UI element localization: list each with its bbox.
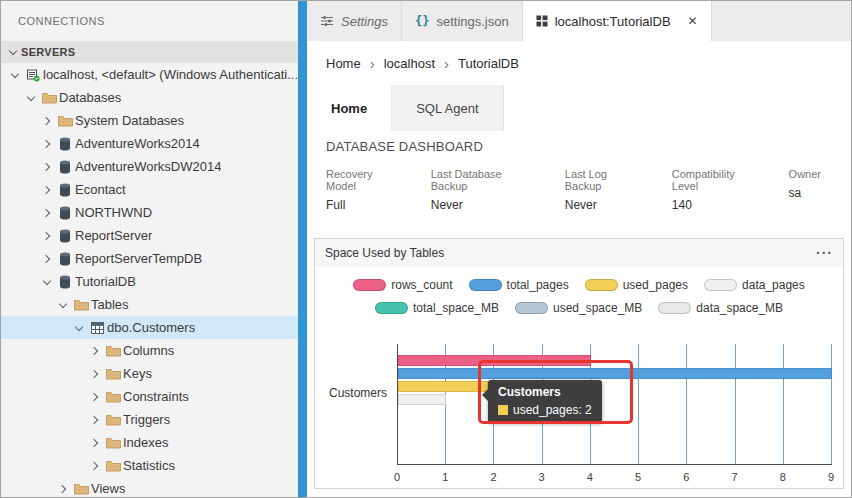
dashboard-icon (536, 15, 548, 27)
chevron-down-icon[interactable] (7, 67, 23, 83)
tree-item-adventureworks2014[interactable]: AdventureWorks2014 (1, 132, 298, 155)
tree-item-tables[interactable]: Tables (1, 293, 298, 316)
chevron-right-icon[interactable] (39, 113, 55, 129)
property-label: Recovery Model (326, 168, 401, 192)
tree-item-label: Views (91, 481, 125, 496)
chevron-down-icon[interactable] (39, 274, 55, 290)
chevron-down-icon[interactable] (23, 90, 39, 106)
folder-icon (103, 414, 123, 426)
legend-label: used_pages (623, 278, 688, 292)
legend-label: data_space_MB (696, 301, 783, 315)
tree-item-reportservertempdb[interactable]: ReportServerTempDB (1, 247, 298, 270)
tree-item-views[interactable]: Views (1, 477, 298, 497)
chevron-right-icon[interactable] (39, 205, 55, 221)
y-axis (397, 344, 398, 464)
x-tick-label: 9 (819, 471, 843, 483)
chevron-right-icon[interactable] (87, 412, 103, 428)
tree-item-statistics[interactable]: Statistics (1, 454, 298, 477)
tab-settings[interactable]: Settings (307, 1, 402, 41)
bar-data-pages[interactable] (398, 394, 446, 405)
x-tick-label: 4 (578, 471, 602, 483)
chevron-right-icon[interactable] (87, 366, 103, 382)
breadcrumb-localhost[interactable]: localhost (384, 56, 435, 71)
legend-item-used-pages: used_pages (585, 278, 688, 292)
tree-item-adventureworksdw2014[interactable]: AdventureWorksDW2014 (1, 155, 298, 178)
widget-menu-button[interactable]: ··· (816, 245, 833, 261)
chevron-down-icon[interactable] (55, 297, 71, 313)
tree-item-reportserver[interactable]: ReportServer (1, 224, 298, 247)
property-value: 140 (672, 198, 759, 212)
tree-item-indexes[interactable]: Indexes (1, 431, 298, 454)
chevron-right-icon[interactable] (39, 159, 55, 175)
category-label: Customers (315, 386, 387, 400)
legend-swatch (375, 302, 408, 314)
tree-item-keys[interactable]: Keys (1, 362, 298, 385)
chevron-right-icon[interactable] (87, 435, 103, 451)
breadcrumb-home[interactable]: Home (326, 56, 361, 71)
chevron-right-icon[interactable] (87, 343, 103, 359)
legend-item-data-space-mb: data_space_MB (658, 301, 783, 315)
editor-tab-bar: Settings {} settings.json localhost:Tuto… (307, 1, 851, 41)
chevron-right-icon[interactable] (87, 389, 103, 405)
tree-item-dbo-customers[interactable]: dbo.Customers (1, 316, 298, 339)
chevron-right-icon[interactable] (55, 481, 71, 497)
servers-section-header[interactable]: SERVERS (1, 41, 298, 63)
legend-swatch (704, 279, 737, 291)
chevron-down-icon[interactable] (71, 320, 87, 336)
tab-home[interactable]: Home (307, 85, 392, 131)
chevron-right-icon: › (370, 55, 375, 72)
tree-item-localhost-default-windows-authenticati[interactable]: localhost, <default> (Windows Authentica… (1, 63, 298, 86)
database-icon (55, 206, 75, 220)
tree-item-tutorialdb[interactable]: TutorialDB (1, 270, 298, 293)
widget-header: Space Used by Tables ··· (315, 239, 843, 266)
tab-label: localhost:TutorialDB (555, 14, 671, 29)
page-title: DATABASE DASHBOARD (307, 131, 851, 154)
chevron-right-icon[interactable] (39, 228, 55, 244)
x-tick-label: 7 (723, 471, 747, 483)
tree-item-columns[interactable]: Columns (1, 339, 298, 362)
gridline (638, 344, 639, 464)
database-icon (55, 229, 75, 243)
sidebar-scrollbar[interactable] (298, 1, 307, 497)
tree-item-label: localhost, <default> (Windows Authentica… (43, 67, 298, 82)
tree-item-label: AdventureWorksDW2014 (75, 159, 221, 174)
folder-icon (103, 437, 123, 449)
connections-panel-title: CONNECTIONS (1, 1, 298, 41)
servers-section-label: SERVERS (21, 46, 75, 58)
settings-sliders-icon (320, 15, 334, 27)
x-tick-label: 8 (771, 471, 795, 483)
chevron-right-icon[interactable] (87, 458, 103, 474)
tree-item-econtact[interactable]: Econtact (1, 178, 298, 201)
tree-item-northwnd[interactable]: NORTHWND (1, 201, 298, 224)
tab-label: Settings (341, 14, 388, 29)
tree-item-system-databases[interactable]: System Databases (1, 109, 298, 132)
gridline (735, 344, 736, 464)
tab-settings-json[interactable]: {} settings.json (402, 1, 523, 41)
tree-item-constraints[interactable]: Constraints (1, 385, 298, 408)
breadcrumb-tutorialdb[interactable]: TutorialDB (458, 56, 519, 71)
connections-sidebar: CONNECTIONS SERVERS localhost, <default>… (1, 1, 298, 497)
close-tab-icon[interactable]: ✕ (688, 14, 698, 28)
server-icon (23, 68, 43, 82)
property-value: Never (565, 198, 642, 212)
tree-item-databases[interactable]: Databases (1, 86, 298, 109)
property-value: Never (431, 198, 535, 212)
chevron-right-icon[interactable] (39, 182, 55, 198)
tree-item-label: dbo.Customers (107, 320, 195, 335)
tree-item-triggers[interactable]: Triggers (1, 408, 298, 431)
tab-sql-agent[interactable]: SQL Agent (392, 85, 503, 131)
tree-item-label: Indexes (123, 435, 169, 450)
space-used-widget: Space Used by Tables ··· rows_counttotal… (314, 238, 844, 489)
folder-icon (39, 92, 59, 104)
json-braces-icon: {} (415, 14, 429, 28)
chevron-right-icon[interactable] (39, 136, 55, 152)
dashboard-tabs: Home SQL Agent (307, 85, 851, 131)
tree-item-label: Databases (59, 90, 121, 105)
chevron-right-icon[interactable] (39, 251, 55, 267)
legend-item-rows-count: rows_count (353, 278, 452, 292)
tree-item-label: Statistics (123, 458, 175, 473)
space-chart: rows_counttotal_pagesused_pagesdata_page… (315, 266, 843, 488)
legend-item-total-space-mb: total_space_MB (375, 301, 499, 315)
gridline (783, 344, 784, 464)
tab-localhost-tutorialdb[interactable]: localhost:TutorialDB ✕ (523, 1, 712, 41)
